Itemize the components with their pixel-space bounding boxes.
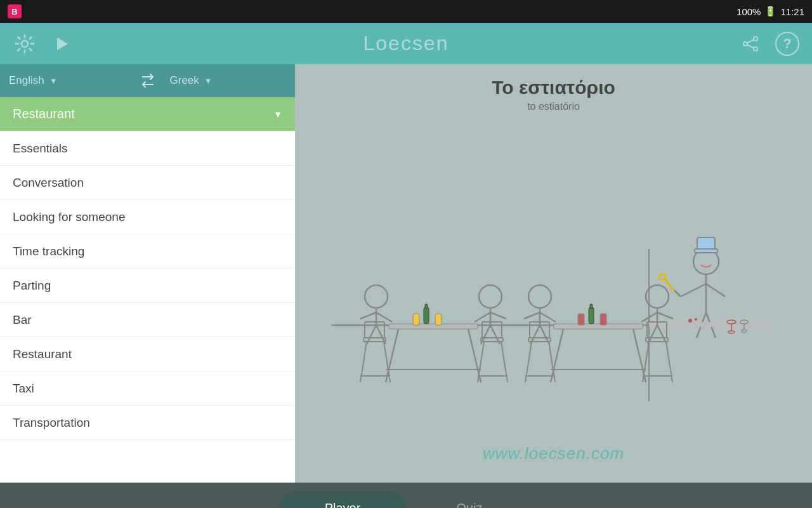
- sidebar-item-label: Taxi: [13, 382, 34, 396]
- svg-rect-96: [578, 314, 584, 325]
- svg-rect-95: [590, 304, 593, 309]
- status-right: 100% 🔋 11:21: [737, 6, 804, 17]
- sidebar-item-label: Time tracking: [13, 244, 84, 258]
- svg-point-28: [688, 319, 692, 323]
- sidebar-item-transportation[interactable]: Transportation: [0, 406, 295, 440]
- play-button[interactable]: [47, 29, 76, 58]
- svg-point-3: [743, 42, 747, 46]
- svg-rect-61: [425, 304, 428, 309]
- svg-line-57: [490, 312, 506, 319]
- svg-line-12: [681, 284, 706, 297]
- sidebar-item-time-tracking[interactable]: Time tracking: [0, 234, 295, 269]
- active-item-arrow: ▼: [273, 109, 282, 119]
- content-area: Το εστιατόριο to estiatório: [295, 64, 812, 483]
- watermark: www.loecsen.com: [483, 444, 624, 464]
- sidebar-item-label: Bar: [13, 313, 32, 327]
- svg-line-16: [706, 284, 725, 297]
- player-label: Player: [325, 501, 361, 509]
- svg-rect-21: [649, 322, 776, 327]
- restaurant-illustration: [295, 123, 812, 483]
- player-button[interactable]: Player: [279, 491, 406, 508]
- sidebar: Restaurant ▼ Essentials Conversation Loo…: [0, 97, 295, 483]
- share-button[interactable]: [736, 29, 765, 58]
- toolbar: Loecsen ?: [0, 23, 812, 64]
- svg-rect-60: [424, 307, 429, 324]
- sidebar-item-taxi[interactable]: Taxi: [0, 371, 295, 406]
- svg-rect-63: [435, 314, 442, 325]
- svg-line-65: [551, 329, 563, 382]
- svg-rect-30: [389, 324, 478, 329]
- sidebar-item-label: Restaurant: [13, 107, 75, 121]
- svg-line-6: [747, 44, 754, 48]
- svg-rect-94: [589, 307, 594, 324]
- status-bar: B 100% 🔋 11:21: [0, 0, 812, 23]
- quiz-label: Quiz: [456, 501, 482, 509]
- sidebar-item-conversation[interactable]: Conversation: [0, 166, 295, 200]
- bottom-bar: Player Quiz: [0, 483, 812, 508]
- svg-point-0: [22, 41, 28, 47]
- svg-point-4: [754, 47, 757, 51]
- target-language-arrow: ▼: [204, 76, 213, 86]
- sidebar-item-essentials[interactable]: Essentials: [0, 131, 295, 166]
- target-language-label: Greek: [170, 74, 199, 87]
- svg-line-31: [386, 329, 398, 382]
- svg-line-5: [747, 39, 754, 43]
- content-title-phonetic: to estiatório: [527, 101, 580, 112]
- svg-rect-97: [600, 314, 606, 325]
- svg-point-48: [365, 285, 388, 308]
- svg-point-54: [479, 285, 502, 308]
- sidebar-item-label: Transportation: [13, 416, 90, 430]
- swap-languages-button[interactable]: [134, 72, 161, 90]
- sidebar-item-parting[interactable]: Parting: [0, 269, 295, 303]
- status-left: B: [8, 4, 22, 18]
- sidebar-item-label: Looking for someone: [13, 210, 125, 224]
- battery-icon: 🔋: [764, 6, 776, 17]
- svg-rect-62: [413, 314, 419, 325]
- source-language-arrow: ▼: [49, 76, 58, 86]
- source-language-label: English: [9, 74, 44, 87]
- svg-point-2: [754, 37, 757, 41]
- svg-marker-1: [57, 37, 68, 50]
- svg-line-85: [524, 312, 540, 319]
- time-display: 11:21: [780, 6, 804, 17]
- sidebar-item-looking-for-someone[interactable]: Looking for someone: [0, 200, 295, 234]
- sidebar-item-label: Restaurant: [13, 347, 72, 361]
- language-selector: English ▼ Greek ▼: [0, 64, 295, 97]
- sidebar-item-label: Essentials: [13, 142, 68, 156]
- svg-line-14: [665, 279, 673, 290]
- sidebar-item-label: Conversation: [13, 176, 84, 190]
- content-title-greek: Το εστιατόριο: [492, 77, 615, 98]
- svg-line-91: [657, 312, 673, 319]
- help-button[interactable]: ?: [773, 29, 802, 58]
- svg-rect-10: [695, 249, 717, 253]
- svg-point-82: [528, 285, 551, 308]
- svg-line-50: [376, 312, 392, 322]
- sidebar-item-restaurant[interactable]: Restaurant: [0, 337, 295, 371]
- svg-line-56: [475, 312, 490, 322]
- sidebar-item-bar[interactable]: Bar: [0, 303, 295, 337]
- source-language-button[interactable]: English ▼: [0, 64, 134, 97]
- svg-line-13: [674, 290, 681, 297]
- svg-point-27: [742, 330, 747, 332]
- app-icon: B: [8, 4, 22, 18]
- svg-line-84: [540, 312, 556, 322]
- svg-point-29: [695, 318, 697, 321]
- sidebar-item-label: Parting: [13, 279, 51, 293]
- sidebar-item-restaurant-active[interactable]: Restaurant ▼: [0, 97, 295, 131]
- svg-point-24: [728, 331, 735, 333]
- battery-text: 100%: [737, 6, 761, 17]
- target-language-button[interactable]: Greek ▼: [161, 64, 296, 97]
- settings-button[interactable]: [10, 29, 39, 58]
- svg-rect-64: [554, 324, 643, 329]
- quiz-button[interactable]: Quiz: [406, 491, 533, 508]
- app-title: Loecsen: [84, 32, 728, 55]
- svg-line-51: [360, 312, 376, 319]
